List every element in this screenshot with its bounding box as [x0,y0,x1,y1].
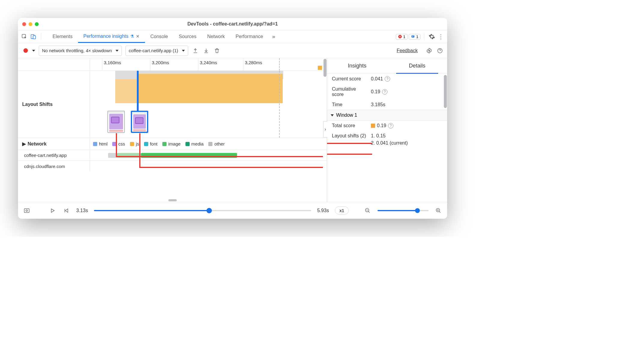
window-title: DevTools - coffee-cart.netlify.app/?ad=1 [18,21,447,27]
side-tabs: Insights Details [327,58,447,74]
rewind-icon[interactable] [62,207,70,214]
delete-icon[interactable] [213,47,221,54]
tab-insights[interactable]: Insights [327,58,387,74]
tab-console[interactable]: Console [145,30,173,43]
close-window-icon[interactable] [22,22,26,26]
layout-shift-item[interactable]: 2. 0.041 (current) [371,140,408,146]
collapse-panel-icon[interactable]: › [323,121,327,137]
settings-icon[interactable] [428,33,436,40]
total-score-row: Total score 0.19? [327,121,447,131]
layout-shift-thumbnail-selected[interactable] [131,111,148,133]
zoom-slider[interactable] [378,210,429,211]
playback-end-time: 5.93s [317,208,329,213]
timeline-panel: 3,160ms 3,200ms 3,240ms 3,280ms Layout S… [18,58,327,202]
svg-point-5 [429,50,430,51]
layout-shifts-row: Layout Shifts [18,71,327,138]
tab-details[interactable]: Details [387,58,447,74]
help-icon[interactable]: ? [385,76,390,82]
recording-toolbar: No network throttling, 4× slowdown coffe… [18,43,447,58]
traffic-lights [22,22,39,26]
device-toggle-icon[interactable] [29,33,37,40]
recording-select[interactable]: coffee-cart.netlify.app (1) [125,46,188,56]
time-ruler[interactable]: 3,160ms 3,200ms 3,240ms 3,280ms [18,58,327,71]
svg-rect-4 [411,35,414,38]
tab-elements[interactable]: Elements [47,30,78,43]
layout-shifts-label: Layout Shifts [18,71,90,138]
timeline-marker-icon[interactable] [318,66,322,70]
upload-icon[interactable] [192,47,199,54]
vertical-scrollbar[interactable] [444,75,447,108]
playback-bar: 3.13s 5.93s x1 [18,202,447,219]
feedback-link[interactable]: Feedback [397,48,418,53]
error-badge[interactable]: 1 [396,34,408,40]
info-badge[interactable]: 1 [409,34,420,40]
time-row: Time 3.185s [327,100,447,110]
svg-point-8 [26,210,28,212]
network-legend: html css js font image media other [90,138,327,150]
record-options-icon[interactable] [32,50,35,52]
help-icon[interactable] [436,47,444,54]
layout-shifts-list-row: Layout shifts (2) 1. 0.15 2. 0.041 (curr… [327,131,447,148]
help-icon[interactable]: ? [382,89,387,94]
horizontal-scrollbar[interactable] [168,199,177,201]
help-icon[interactable]: ? [388,123,393,128]
network-host-row[interactable]: coffee-cart.netlify.app [18,150,327,161]
more-tabs-icon[interactable]: » [270,33,278,40]
network-header-row: ▶ Network html css js font image media o… [18,138,327,150]
inspect-icon[interactable] [20,33,28,40]
cumulative-score-row: Cumulative score 0.19? [327,84,447,100]
ruler-tick: 3,160ms [104,60,121,65]
playback-slider[interactable] [94,210,311,211]
current-score-row: Current score 0.041? [327,74,447,84]
panel-tabs: Elements Performance insights ⚗ ✕ Consol… [47,30,269,43]
collapse-icon [331,114,334,116]
titlebar: DevTools - coffee-cart.netlify.app/?ad=1 [18,18,447,30]
details-panel: › Insights Details Current score 0.041? … [327,58,447,202]
kebab-menu-icon[interactable]: ⋮ [437,33,445,40]
ruler-tick: 3,280ms [245,60,262,65]
window-section-header[interactable]: Window 1 [327,110,447,121]
close-tab-icon[interactable]: ✕ [136,34,140,39]
zoom-out-icon[interactable] [364,207,372,214]
content-area: 3,160ms 3,200ms 3,240ms 3,280ms Layout S… [18,58,447,202]
network-host-row[interactable]: cdnjs.cloudflare.com [18,161,327,172]
layout-shift-item[interactable]: 1. 0.15 [371,133,386,139]
expand-icon: ▶ [22,141,26,147]
play-icon[interactable] [49,207,56,214]
ruler-tick: 3,240ms [200,60,217,65]
svg-rect-2 [33,36,35,39]
minimize-window-icon[interactable] [29,22,32,26]
tab-sources[interactable]: Sources [173,30,202,43]
network-label[interactable]: ▶ Network [18,138,90,150]
ruler-tick: 3,200ms [152,60,169,65]
devtools-window: DevTools - coffee-cart.netlify.app/?ad=1… [18,18,447,219]
throttling-select[interactable]: No network throttling, 4× slowdown [39,46,122,56]
zoom-in-icon[interactable] [435,207,442,214]
layout-shift-thumbnail[interactable] [107,111,125,133]
download-icon[interactable] [203,47,210,54]
record-button[interactable] [23,48,28,53]
toggle-visibility-icon[interactable] [23,207,31,214]
tab-performance-insights[interactable]: Performance insights ⚗ ✕ [78,30,145,43]
tab-performance[interactable]: Performance [230,30,269,43]
playback-speed[interactable]: x1 [335,206,349,214]
main-toolbar: Elements Performance insights ⚗ ✕ Consol… [18,30,447,43]
svg-rect-7 [24,208,29,212]
playback-start-time: 3.13s [76,208,88,213]
maximize-window-icon[interactable] [35,22,39,26]
panel-settings-icon[interactable] [426,47,433,54]
score-color-icon [371,124,375,128]
ruler-label [18,58,90,70]
flask-icon: ⚗ [130,34,134,39]
tab-network[interactable]: Network [202,30,230,43]
